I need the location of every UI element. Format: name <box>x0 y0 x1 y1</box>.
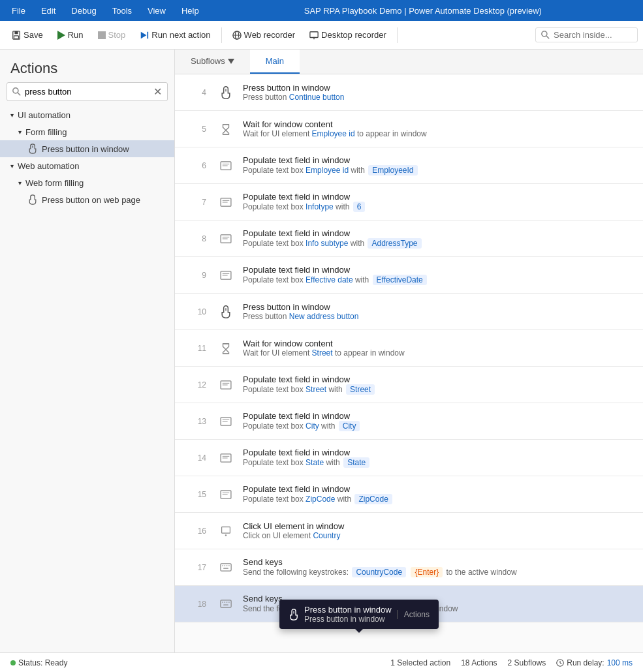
flow-row[interactable]: 11 Wait for window content Wait for UI e… <box>175 330 643 367</box>
status-bar: Status: Ready 1 Selected action 18 Actio… <box>0 652 643 672</box>
run-delay-value[interactable]: 100 ms <box>607 658 633 667</box>
flow-row[interactable]: 7 Populate text field in window Populate… <box>175 184 643 221</box>
run-delay-label: Run delay: <box>567 658 604 667</box>
clock-icon <box>556 659 564 667</box>
tooltip-subtitle: Press button in window <box>304 615 392 624</box>
tooltip-actions-label: Actions <box>397 610 430 619</box>
flow-row[interactable]: 13 Populate text field in window Populat… <box>175 403 643 440</box>
row-desc: Populate text box ZipCode with ZipCode <box>243 494 635 504</box>
tooltip-title: Press button in window <box>304 605 392 615</box>
run-button[interactable]: Run <box>51 27 90 42</box>
search-toolbar-input[interactable] <box>554 30 632 40</box>
row-title: Populate text field in window <box>243 192 635 202</box>
row-desc: Click on UI element Country <box>243 531 635 540</box>
search-box-toolbar[interactable] <box>535 27 638 42</box>
menu-edit[interactable]: Edit <box>35 3 62 18</box>
flow-row[interactable]: 4 Press button in window Press button Co… <box>175 74 643 111</box>
sidebar-item-press-button-in-window[interactable]: Press button in window <box>0 140 174 157</box>
stop-button[interactable]: Stop <box>91 27 133 42</box>
svg-rect-10 <box>310 31 318 37</box>
row-content: Click UI element in window Click on UI e… <box>243 521 635 540</box>
svg-point-15 <box>13 88 18 93</box>
keyboard-icon <box>217 600 235 608</box>
textbox-icon <box>220 490 232 499</box>
keyboard-icon <box>220 563 232 572</box>
sidebar-section-ui-automation[interactable]: ▾ UI automation <box>0 106 174 124</box>
row-content: Populate text field in window Populate t… <box>243 265 635 285</box>
menu-view[interactable]: View <box>141 3 172 18</box>
flow-row[interactable]: 5 Wait for window content Wait for UI el… <box>175 111 643 147</box>
row-desc: Wait for UI element Employee id to appea… <box>243 129 635 138</box>
textbox-icon <box>220 453 232 463</box>
status-run-delay: Run delay: 100 ms <box>556 658 633 667</box>
sidebar-subsection-web-form-filling[interactable]: ▾ Web form filling <box>0 175 174 191</box>
desktop-recorder-button[interactable]: Desktop recorder <box>303 27 393 42</box>
row-title: Populate text field in window <box>243 484 635 494</box>
flow-row[interactable]: 14 Populate text field in window Populat… <box>175 440 643 476</box>
tab-bar: Subflows Main <box>175 50 643 74</box>
row-number: 10 <box>183 307 206 316</box>
svg-marker-3 <box>57 31 65 40</box>
flow-row[interactable]: 9 Populate text field in window Populate… <box>175 257 643 294</box>
svg-rect-57 <box>221 600 231 607</box>
wait-icon <box>217 123 235 135</box>
run-next-button[interactable]: Run next action <box>133 27 217 42</box>
chevron-down-icon: ▾ <box>18 129 22 136</box>
svg-point-13 <box>542 31 547 37</box>
save-icon <box>12 31 21 40</box>
web-recorder-icon <box>232 31 242 40</box>
press-button-icon <box>220 305 232 318</box>
flow-row[interactable]: 8 Populate text field in window Populate… <box>175 221 643 257</box>
flow-row[interactable]: 6 Populate text field in window Populate… <box>175 147 643 184</box>
save-button[interactable]: Save <box>5 27 50 42</box>
flow-row[interactable]: 12 Populate text field in window Populat… <box>175 367 643 403</box>
press-button-icon <box>27 144 38 154</box>
row-link: Continue button <box>289 93 345 102</box>
row-number: 12 <box>183 380 206 389</box>
row-number: 4 <box>183 88 206 97</box>
sidebar-search-box[interactable]: ✕ <box>7 82 168 101</box>
keyboard-icon <box>220 600 232 608</box>
press-icon <box>217 305 235 318</box>
row-number: 9 <box>183 271 206 280</box>
row-content: Populate text field in window Populate t… <box>243 374 635 395</box>
clear-search-icon[interactable]: ✕ <box>153 85 162 98</box>
click-icon <box>217 526 235 536</box>
menu-file[interactable]: File <box>5 3 32 18</box>
tab-main[interactable]: Main <box>250 50 300 74</box>
keyboard-icon <box>217 563 235 572</box>
tab-subflows[interactable]: Subflows <box>175 50 250 74</box>
selected-actions-text: 1 Selected action <box>390 658 450 667</box>
svg-marker-18 <box>228 59 234 64</box>
svg-rect-6 <box>148 31 149 38</box>
chevron-down-icon: ▾ <box>10 112 14 119</box>
textbox-icon <box>217 380 235 389</box>
flow-row[interactable]: 10 Press button in window Press button N… <box>175 294 643 330</box>
row-number: 17 <box>183 563 206 572</box>
tooltip-content: Press button in window Press button in w… <box>304 605 392 624</box>
toolbar-separator-2 <box>397 27 398 43</box>
svg-line-66 <box>560 663 561 664</box>
svg-line-14 <box>546 36 549 38</box>
flow-row[interactable]: 16 Click UI element in window Click on U… <box>175 513 643 549</box>
subflows-count-text: 2 Subflows <box>508 658 546 667</box>
press-button-icon <box>220 86 232 99</box>
menu-tools[interactable]: Tools <box>106 3 138 18</box>
run-next-icon <box>140 31 149 40</box>
toolbar-separator-1 <box>221 27 222 43</box>
svg-marker-5 <box>141 31 147 38</box>
row-desc: Press button New address button <box>243 312 635 321</box>
menu-help[interactable]: Help <box>175 3 206 18</box>
menu-debug[interactable]: Debug <box>65 3 102 18</box>
flow-area[interactable]: 4 Press button in window Press button Co… <box>175 74 643 652</box>
flow-row[interactable]: 17 Send keys Send the following keystrok… <box>175 549 643 586</box>
web-recorder-button[interactable]: Web recorder <box>226 27 302 42</box>
flow-row[interactable]: 15 Populate text field in window Populat… <box>175 476 643 513</box>
sidebar-item-press-button-on-web[interactable]: Press button on web page <box>0 191 174 208</box>
sidebar-section-web-automation[interactable]: ▾ Web automation <box>0 157 174 175</box>
textbox-icon <box>220 271 232 280</box>
textbox-icon <box>217 453 235 463</box>
svg-rect-49 <box>222 527 230 533</box>
sidebar-search-input[interactable] <box>25 87 153 97</box>
sidebar-subsection-form-filling[interactable]: ▾ Form filling <box>0 124 174 140</box>
